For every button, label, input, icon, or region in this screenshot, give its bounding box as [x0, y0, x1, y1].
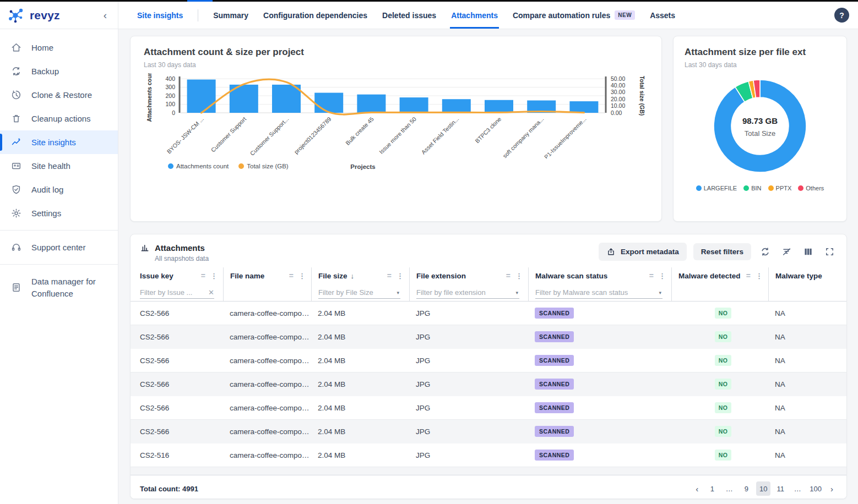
- tab-assets[interactable]: Assets: [650, 2, 675, 29]
- sidebar-divider: [0, 230, 118, 231]
- column-drag-icon[interactable]: =: [649, 271, 654, 280]
- cell-file-name: camera-coffee-composition: [223, 357, 311, 365]
- dropdown-icon[interactable]: ▾: [515, 290, 519, 295]
- table-header: Attachments All snapshots data Export me…: [131, 234, 846, 267]
- filter-input-file-size[interactable]: [318, 288, 393, 297]
- sidebar-item-label: Home: [31, 43, 53, 52]
- no-badge: NO: [715, 450, 732, 461]
- prev-page-icon[interactable]: ‹: [692, 484, 702, 494]
- tab-attachments[interactable]: Attachments: [451, 2, 498, 29]
- page-100[interactable]: 100: [807, 481, 824, 496]
- cell-issue-key: CS2-516: [131, 451, 223, 459]
- export-metadata-button[interactable]: Export metadata: [599, 243, 687, 261]
- filter-cell: [223, 284, 311, 301]
- svg-text:100: 100: [165, 101, 175, 107]
- column-menu-icon[interactable]: ⋮: [756, 272, 763, 280]
- pagination: ‹1…91011…100›: [692, 481, 837, 496]
- next-page-icon[interactable]: ›: [827, 484, 837, 494]
- sidebar-item-support-center[interactable]: Support center: [0, 235, 118, 259]
- refresh-button[interactable]: [758, 244, 773, 259]
- scanned-badge: SCANNED: [535, 355, 574, 366]
- column-drag-icon[interactable]: =: [746, 271, 751, 280]
- donut-legend-item-largefile[interactable]: LARGEFILE: [696, 185, 737, 191]
- app-window: revyz ‹ HomeBackupClone & RestoreCleanup…: [0, 2, 858, 504]
- cell-file-extension: JPG: [409, 357, 528, 365]
- donut-legend: LARGEFILEBINPPTXOthers: [685, 185, 835, 191]
- sidebar-collapse-icon[interactable]: ‹: [101, 9, 109, 21]
- help-button[interactable]: ?: [834, 8, 849, 23]
- column-menu-icon[interactable]: ⋮: [515, 272, 523, 280]
- filter-input-issue-key[interactable]: [140, 288, 205, 297]
- legend-dot: [768, 185, 774, 191]
- settings-icon: [10, 207, 22, 219]
- column-menu-icon[interactable]: ⋮: [397, 272, 404, 280]
- sidebar-item-audit-log[interactable]: Audit log: [0, 178, 118, 201]
- filter-cell: ▾: [409, 284, 528, 301]
- table-row: CS2-566camera-coffee-composition2.04 MBJ…: [131, 302, 846, 325]
- sidebar-item-backup[interactable]: Backup: [0, 59, 118, 83]
- page-10[interactable]: 10: [756, 481, 770, 496]
- tab-configuration-dependencies[interactable]: Configuration dependencies: [263, 2, 367, 29]
- filter-input-file-extension[interactable]: [416, 288, 512, 297]
- table-subtitle: All snapshots data: [155, 255, 209, 262]
- column-menu-icon[interactable]: ⋮: [210, 272, 218, 280]
- page-11[interactable]: 11: [773, 481, 788, 496]
- backup-icon: [10, 65, 22, 77]
- attachments-table-card: Attachments All snapshots data Export me…: [130, 234, 847, 499]
- table-row: CS2-566camera-coffee-composition2.04 MBJ…: [131, 325, 846, 349]
- sidebar-item-site-insights[interactable]: Site insights: [0, 130, 118, 154]
- column-menu-icon[interactable]: ⋮: [659, 272, 666, 280]
- dropdown-icon[interactable]: ▾: [659, 290, 662, 295]
- sidebar-item-label: Backup: [31, 67, 59, 76]
- column-drag-icon[interactable]: =: [289, 271, 294, 280]
- column-header-malware-type: Malware type: [768, 267, 846, 284]
- filter-field: ▾: [535, 288, 662, 299]
- tab-summary[interactable]: Summary: [213, 2, 248, 29]
- svg-text:Bulk create 45: Bulk create 45: [344, 116, 375, 146]
- cell-scan-status: SCANNED: [528, 402, 671, 413]
- scanned-badge: SCANNED: [535, 426, 574, 437]
- page-1[interactable]: 1: [705, 481, 719, 496]
- breadcrumb[interactable]: Site insights: [137, 2, 183, 29]
- filter-off-button[interactable]: [779, 244, 794, 259]
- cell-scan-status: SCANNED: [528, 426, 671, 437]
- donut-legend-item-bin[interactable]: BIN: [743, 185, 761, 191]
- clear-filter-icon[interactable]: ✕: [208, 288, 214, 297]
- chart-title: Attachment count & size per project: [144, 47, 648, 58]
- fullscreen-button[interactable]: [822, 244, 837, 259]
- cell-scan-status: SCANNED: [528, 379, 671, 390]
- cell-malware-detected: NO: [671, 308, 768, 319]
- donut-legend-item-others[interactable]: Others: [798, 185, 824, 191]
- column-drag-icon[interactable]: =: [387, 271, 392, 280]
- reset-filters-button[interactable]: Reset filters: [693, 243, 751, 260]
- sort-desc-icon[interactable]: ↓: [351, 272, 355, 280]
- support-center-icon: [10, 242, 22, 253]
- column-label: Malware type: [775, 272, 822, 280]
- cell-file-name: camera-coffee-composition: [223, 333, 311, 341]
- svg-text:300: 300: [165, 84, 175, 90]
- no-badge: NO: [715, 426, 732, 437]
- sidebar-item-data-manager-for-confluence[interactable]: Data manager for Confluence: [0, 270, 118, 306]
- attachment-count-chart-card: Attachment count & size per project Last…: [130, 36, 662, 222]
- filter-input-malware-scan-status[interactable]: [535, 288, 655, 297]
- tab-compare-automation-rules[interactable]: Compare automation rulesNEW: [513, 2, 635, 29]
- column-menu-icon[interactable]: ⋮: [298, 272, 306, 280]
- column-drag-icon[interactable]: =: [201, 271, 205, 280]
- donut-legend-item-pptx[interactable]: PPTX: [768, 185, 792, 191]
- filter-cell: [768, 284, 846, 301]
- column-header-file-name: File name=⋮: [223, 267, 311, 284]
- dropdown-icon[interactable]: ▾: [397, 290, 400, 295]
- sidebar-item-home[interactable]: Home: [0, 36, 118, 59]
- sidebar-item-cleanup-actions[interactable]: Cleanup actions: [0, 107, 118, 130]
- tab-deleted-issues[interactable]: Deleted issues: [382, 2, 436, 29]
- legend-label: PPTX: [776, 185, 792, 191]
- column-drag-icon[interactable]: =: [506, 271, 511, 280]
- table-column-headers: Issue key=⋮File name=⋮File size↓=⋮File e…: [131, 267, 846, 284]
- columns-button[interactable]: [801, 244, 816, 259]
- sidebar-item-settings[interactable]: Settings: [0, 201, 118, 225]
- sidebar-item-clone-restore[interactable]: Clone & Restore: [0, 83, 118, 107]
- export-icon: [606, 247, 616, 256]
- revyz-logo-icon: [7, 6, 26, 25]
- sidebar-item-site-health[interactable]: Site health: [0, 154, 118, 178]
- page-9[interactable]: 9: [739, 481, 753, 496]
